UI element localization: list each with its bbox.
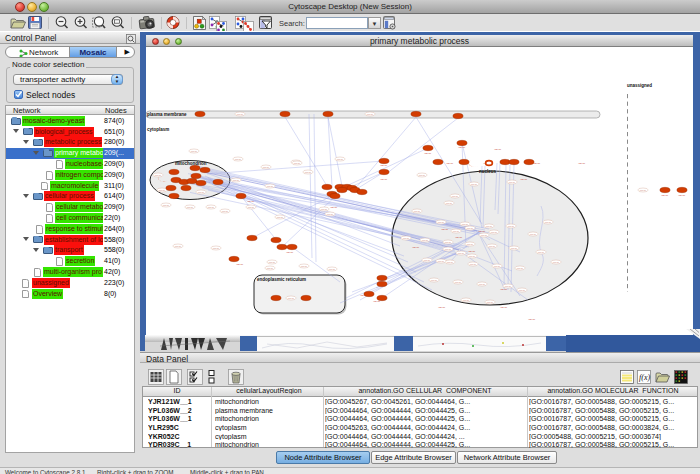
svg-text:Yab-1p: Yab-1p	[412, 246, 420, 248]
svg-text:Yxx-xx: Yxx-xx	[232, 179, 239, 181]
svg-text:Yab-1p: Yab-1p	[380, 178, 388, 180]
svg-text:Yxx-xx: Yxx-xx	[444, 241, 451, 243]
svg-text:Yxx-xx: Yxx-xx	[485, 225, 492, 227]
svg-text:Yxx-xx: Yxx-xx	[466, 227, 473, 229]
svg-text:Yxx-xx: Yxx-xx	[444, 248, 451, 250]
svg-text:Yxx-xx: Yxx-xx	[490, 231, 497, 233]
svg-text:Yxx-xx: Yxx-xx	[158, 189, 165, 191]
svg-text:Yxx-xx: Yxx-xx	[304, 171, 311, 173]
svg-text:Yab-1p: Yab-1p	[236, 263, 244, 265]
svg-text:Yab-1p: Yab-1p	[446, 162, 454, 164]
svg-text:Yxx-xx: Yxx-xx	[446, 261, 453, 263]
svg-text:Yxx-xx: Yxx-xx	[207, 206, 214, 208]
svg-text:Yxx-xx: Yxx-xx	[462, 299, 469, 301]
svg-text:cytoplasm: cytoplasm	[147, 127, 169, 132]
svg-text:Yab-1p: Yab-1p	[578, 162, 586, 164]
svg-text:Yxx-xx: Yxx-xx	[154, 174, 161, 176]
svg-text:Yab-1p: Yab-1p	[678, 194, 686, 196]
svg-text:Yxx-xx: Yxx-xx	[478, 283, 485, 285]
svg-text:Yxx-xx: Yxx-xx	[212, 247, 219, 249]
svg-text:Yab-1p: Yab-1p	[458, 146, 466, 148]
svg-text:Yxx-xx: Yxx-xx	[552, 261, 559, 263]
svg-text:Yxx-xx: Yxx-xx	[537, 251, 544, 253]
svg-text:Yab-1p: Yab-1p	[520, 178, 528, 180]
svg-text:Yxx-xx: Yxx-xx	[328, 268, 335, 270]
svg-text:Yxx-xx: Yxx-xx	[508, 181, 515, 183]
svg-text:Yxx-xx: Yxx-xx	[221, 210, 228, 212]
svg-text:Yxx-xx: Yxx-xx	[268, 261, 275, 263]
svg-text:Yxx-xx: Yxx-xx	[293, 162, 300, 164]
svg-text:Yxx-xx: Yxx-xx	[461, 223, 468, 225]
svg-text:Yab-1p: Yab-1p	[468, 250, 476, 252]
svg-text:Yxx-xx: Yxx-xx	[480, 234, 487, 236]
svg-text:Yxx-xx: Yxx-xx	[247, 206, 254, 208]
svg-text:Yxx-xx: Yxx-xx	[486, 301, 493, 303]
svg-text:Yxx-xx: Yxx-xx	[457, 252, 464, 254]
svg-text:Yxx-xx: Yxx-xx	[300, 265, 307, 267]
svg-text:Yxx-xx: Yxx-xx	[493, 265, 500, 267]
svg-text:Yxx-xx: Yxx-xx	[488, 245, 495, 247]
svg-text:Yab-1p: Yab-1p	[286, 251, 294, 253]
svg-text:Yab-1p: Yab-1p	[494, 148, 502, 150]
svg-text:Yxx-xx: Yxx-xx	[468, 255, 475, 257]
svg-text:Yxx-xx: Yxx-xx	[197, 191, 204, 193]
svg-text:Yab-1p: Yab-1p	[424, 152, 432, 154]
svg-text:Yab-1p: Yab-1p	[661, 194, 669, 196]
svg-text:Yxx-xx: Yxx-xx	[466, 243, 473, 245]
svg-text:Yab-1p: Yab-1p	[455, 236, 463, 238]
svg-text:Yxx-xx: Yxx-xx	[162, 204, 169, 206]
svg-text:Yxx-xx: Yxx-xx	[266, 185, 273, 187]
svg-text:Yxx-xx: Yxx-xx	[451, 195, 458, 197]
svg-text:Yxx-xx: Yxx-xx	[423, 259, 430, 261]
svg-text:Yab-1p: Yab-1p	[441, 228, 449, 230]
svg-text:Yxx-xx: Yxx-xx	[529, 233, 536, 235]
svg-text:Yab-1p: Yab-1p	[500, 288, 508, 290]
svg-text:Yxx-xx: Yxx-xx	[413, 210, 420, 212]
svg-text:Yxx-xx: Yxx-xx	[186, 206, 193, 208]
svg-text:Yxx-xx: Yxx-xx	[418, 174, 425, 176]
svg-text:mitochondrion: mitochondrion	[175, 161, 207, 166]
svg-text:Yxx-xx: Yxx-xx	[430, 279, 437, 281]
svg-text:Yxx-xx: Yxx-xx	[452, 230, 459, 232]
svg-text:Yxx-xx: Yxx-xx	[507, 225, 514, 227]
svg-text:Yxx-xx: Yxx-xx	[262, 166, 269, 168]
svg-text:Yxx-xx: Yxx-xx	[516, 267, 523, 269]
svg-text:Yab-1p: Yab-1p	[380, 164, 388, 166]
svg-text:Yab-1p: Yab-1p	[478, 230, 486, 232]
svg-text:Yxx-xx: Yxx-xx	[504, 285, 511, 287]
svg-text:Yxx-xx: Yxx-xx	[236, 113, 243, 115]
svg-text:plasma membrane: plasma membrane	[147, 112, 187, 117]
svg-text:Yxx-xx: Yxx-xx	[276, 216, 283, 218]
svg-text:unassigned: unassigned	[627, 83, 652, 88]
svg-text:Yxx-xx: Yxx-xx	[326, 213, 333, 215]
svg-text:Yxx-xx: Yxx-xx	[421, 239, 428, 241]
svg-text:Yxx-xx: Yxx-xx	[320, 208, 327, 210]
svg-text:f(x): f(x)	[639, 373, 650, 382]
svg-text:Yxx-xx: Yxx-xx	[454, 281, 461, 283]
svg-text:Yxx-xx: Yxx-xx	[336, 158, 343, 160]
svg-text:endoplasmic reticulum: endoplasmic reticulum	[257, 277, 306, 282]
svg-text:Yxx-xx: Yxx-xx	[445, 202, 452, 204]
svg-text:Yab-1p: Yab-1p	[500, 306, 508, 308]
svg-text:Yab-1p: Yab-1p	[247, 200, 255, 202]
svg-text:Yxx-xx: Yxx-xx	[174, 245, 181, 247]
svg-text:Yxx-xx: Yxx-xx	[266, 267, 273, 269]
svg-text:Yab-1p: Yab-1p	[528, 318, 536, 320]
svg-text:Yxx-xx: Yxx-xx	[437, 260, 444, 262]
svg-text:Yxx-xx: Yxx-xx	[366, 113, 373, 115]
svg-text:Yxx-xx: Yxx-xx	[469, 263, 476, 265]
svg-text:Yab-1p: Yab-1p	[438, 306, 446, 308]
svg-text:Yab-1p: Yab-1p	[330, 206, 338, 208]
svg-text:Yxx-xx: Yxx-xx	[287, 297, 294, 299]
svg-text:Yxx-xx: Yxx-xx	[234, 158, 241, 160]
svg-text:nucleus: nucleus	[479, 169, 497, 174]
svg-text:Yxx-xx: Yxx-xx	[402, 237, 409, 239]
svg-text:Yxx-xx: Yxx-xx	[510, 247, 517, 249]
svg-text:Yxx-xx: Yxx-xx	[639, 189, 646, 191]
svg-text:Yxx-xx: Yxx-xx	[470, 183, 477, 185]
svg-text:Yxx-xx: Yxx-xx	[437, 221, 444, 223]
svg-text:Yxx-xx: Yxx-xx	[518, 289, 525, 291]
svg-text:Yxx-xx: Yxx-xx	[190, 150, 197, 152]
svg-text:Yxx-xx: Yxx-xx	[544, 221, 551, 223]
